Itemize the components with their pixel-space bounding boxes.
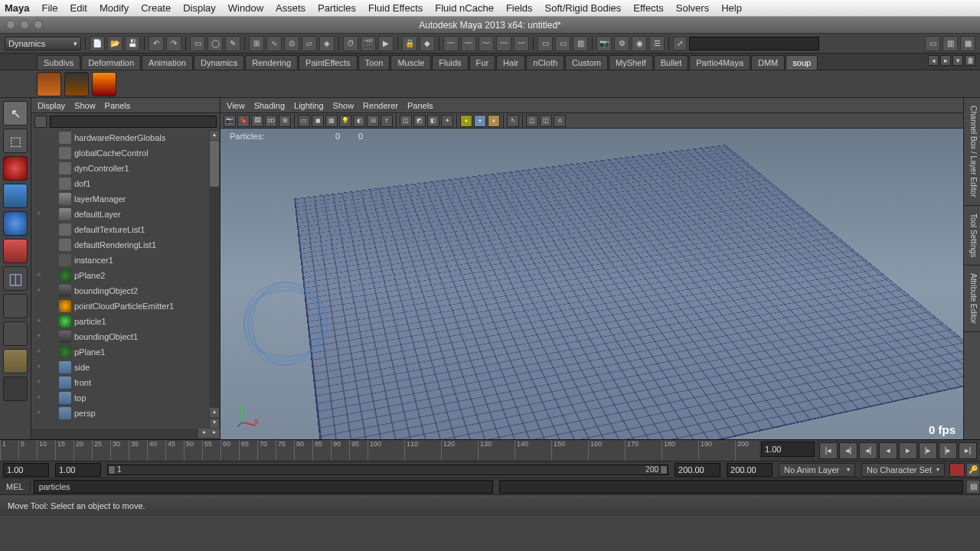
save-scene-icon[interactable]: 💾 bbox=[125, 36, 140, 51]
current-frame-field[interactable] bbox=[761, 442, 815, 457]
expand-icon[interactable]: ⤢ bbox=[673, 37, 687, 51]
layout1-icon[interactable]: ▭ bbox=[537, 36, 553, 51]
vp-light1-icon[interactable]: ● bbox=[460, 115, 472, 127]
outliner-item[interactable]: layerManager bbox=[31, 191, 220, 207]
mask-tool[interactable] bbox=[3, 377, 28, 401]
curve5-icon[interactable]: 〰 bbox=[514, 36, 529, 51]
script-editor-icon[interactable]: ▤ bbox=[966, 480, 980, 494]
expand-icon[interactable]: + bbox=[34, 393, 44, 403]
tab-deformation[interactable]: Deformation bbox=[81, 55, 141, 70]
outliner-item[interactable]: + persp bbox=[31, 406, 220, 421]
vp-bookmark-icon[interactable]: 🔖 bbox=[237, 115, 250, 127]
menu-file[interactable]: File bbox=[36, 2, 64, 14]
vp-wire-icon[interactable]: ▭ bbox=[298, 115, 310, 127]
expand-icon[interactable] bbox=[34, 240, 44, 249]
curve1-icon[interactable]: 〰 bbox=[443, 36, 459, 51]
tab-subdivs[interactable]: Subdivs bbox=[37, 55, 80, 70]
hscroll-right-icon[interactable]: ▸ bbox=[209, 429, 220, 438]
tab-fur[interactable]: Fur bbox=[469, 55, 496, 70]
range-end-field[interactable] bbox=[675, 463, 720, 477]
vp-sphere-icon[interactable]: ✦ bbox=[441, 115, 453, 127]
outliner-tree[interactable]: hardwareRenderGlobals globalCacheControl… bbox=[31, 130, 220, 429]
expand-icon[interactable]: + bbox=[34, 363, 44, 372]
outliner-menu-display[interactable]: Display bbox=[38, 101, 65, 110]
outliner-item[interactable]: instancer1 bbox=[31, 253, 220, 268]
step-back-icon[interactable]: ◂| bbox=[859, 442, 877, 459]
vp-shaded-icon[interactable]: ◼ bbox=[312, 115, 324, 127]
undo-icon[interactable]: ↶ bbox=[149, 36, 164, 51]
expand-icon[interactable] bbox=[34, 133, 44, 142]
step-fwd-icon[interactable]: |▸ bbox=[919, 442, 937, 459]
curve3-icon[interactable]: 〰 bbox=[479, 36, 494, 51]
vp-sel-icon[interactable]: ↖ bbox=[507, 115, 519, 127]
vp-light2-icon[interactable]: ● bbox=[474, 115, 486, 127]
shelf-prev-icon[interactable]: ◂ bbox=[928, 55, 939, 66]
soft-mod-tool[interactable] bbox=[3, 294, 28, 318]
snap-curve-icon[interactable]: ∿ bbox=[266, 36, 282, 51]
tab-animation[interactable]: Animation bbox=[142, 55, 193, 70]
outliner-item[interactable]: + boundingObject2 bbox=[31, 283, 220, 298]
tab-soup[interactable]: soup bbox=[786, 55, 818, 70]
outliner-item[interactable]: dof1 bbox=[31, 176, 220, 191]
script-lang-label[interactable]: MEL bbox=[0, 482, 31, 491]
command-input[interactable] bbox=[34, 480, 493, 494]
expand-icon[interactable] bbox=[34, 256, 44, 265]
range-slider[interactable]: 1 200 bbox=[107, 465, 668, 475]
expand-icon[interactable] bbox=[34, 225, 44, 234]
shelf-menu-icon[interactable]: ▾ bbox=[952, 55, 963, 66]
rotate-tool[interactable] bbox=[3, 211, 28, 236]
vp-light3-icon[interactable]: ● bbox=[488, 115, 500, 127]
snap-grid-icon[interactable]: ⊞ bbox=[249, 36, 264, 51]
vp-menu-renderer[interactable]: Renderer bbox=[363, 101, 398, 110]
shelf-item-1[interactable] bbox=[37, 72, 61, 96]
vp-ao-icon[interactable]: T bbox=[381, 115, 393, 127]
menu-fluid-effects[interactable]: Fluid Effects bbox=[362, 2, 429, 14]
outliner-item[interactable]: dynController1 bbox=[31, 161, 220, 176]
vp-menu-panels[interactable]: Panels bbox=[407, 101, 433, 110]
outliner-item[interactable]: pointCloudParticleEmitter1 bbox=[31, 298, 220, 314]
outliner-item[interactable]: defaultTextureList1 bbox=[31, 222, 220, 237]
menu-solvers[interactable]: Solvers bbox=[670, 2, 715, 14]
vp-r3-icon[interactable]: ⎋ bbox=[554, 115, 566, 127]
play-back-icon[interactable]: ◂ bbox=[879, 442, 897, 459]
select-tool[interactable] bbox=[3, 101, 28, 126]
tab-toon[interactable]: Toon bbox=[358, 55, 390, 70]
outliner-item[interactable]: + front bbox=[31, 375, 220, 390]
vp-wire-shaded-icon[interactable]: ◩ bbox=[413, 115, 426, 127]
zoom-icon[interactable] bbox=[34, 20, 43, 29]
expand-icon[interactable]: + bbox=[34, 409, 44, 418]
tab-bullet[interactable]: Bullet bbox=[654, 55, 689, 70]
tab-ncloth[interactable]: nCloth bbox=[526, 55, 564, 70]
auto-key-icon[interactable]: 🔑 bbox=[966, 463, 980, 477]
history-icon[interactable]: ⏱ bbox=[343, 36, 358, 51]
move-tool[interactable] bbox=[3, 184, 28, 208]
lasso-icon[interactable]: ◯ bbox=[207, 36, 223, 51]
vp-iso-icon[interactable]: ◫ bbox=[400, 115, 412, 127]
menu-help[interactable]: Help bbox=[715, 2, 748, 14]
menu-fields[interactable]: Fields bbox=[500, 2, 539, 14]
character-set-combo[interactable]: No Character Set bbox=[861, 463, 945, 477]
expand-icon[interactable] bbox=[34, 302, 44, 311]
expand-icon[interactable]: + bbox=[34, 378, 44, 387]
snap-plane-icon[interactable]: ▱ bbox=[302, 36, 317, 51]
outliner-search[interactable] bbox=[50, 116, 217, 128]
menu-create[interactable]: Create bbox=[135, 2, 177, 14]
tab-myshelf[interactable]: MyShelf bbox=[609, 55, 653, 70]
layout2-icon[interactable]: ▭ bbox=[555, 36, 570, 51]
vp-grid-icon[interactable]: ⊞ bbox=[279, 115, 291, 127]
vp-2d-icon[interactable]: 2D bbox=[265, 115, 277, 127]
outliner-item[interactable]: defaultRenderingList1 bbox=[31, 237, 220, 253]
layout3-icon[interactable]: ▥ bbox=[573, 36, 588, 51]
outliner-item[interactable]: hardwareRenderGlobals bbox=[31, 130, 220, 145]
scale-tool[interactable] bbox=[3, 239, 28, 263]
snap-point-icon[interactable]: ⊙ bbox=[284, 36, 299, 51]
tab-muscle[interactable]: Muscle bbox=[390, 55, 431, 70]
tab-rendering[interactable]: Rendering bbox=[245, 55, 298, 70]
goto-end-icon[interactable]: ▸| bbox=[959, 442, 977, 459]
menu-fluid-ncache[interactable]: Fluid nCache bbox=[429, 2, 500, 14]
outliner-item[interactable]: + pPlane1 bbox=[31, 344, 220, 360]
tab-tool-settings[interactable]: Tool Settings bbox=[964, 206, 980, 266]
range-start-field[interactable] bbox=[55, 463, 101, 477]
pane-single-icon[interactable]: ▭ bbox=[925, 36, 940, 51]
vp-xray-icon[interactable]: ☒ bbox=[367, 115, 379, 127]
